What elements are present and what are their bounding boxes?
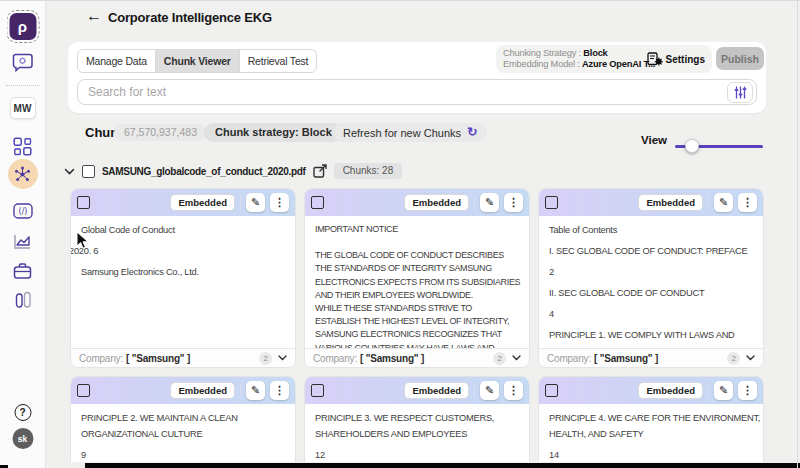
file-row: SAMSUNG_globalcode_of_conduct_2020.pdf C… bbox=[64, 161, 402, 181]
chunk-card-header: Embedded ✎ ⋮ bbox=[71, 189, 295, 216]
tab-chunk-viewer[interactable]: Chunk Viewer bbox=[155, 50, 239, 72]
chunk-text[interactable]: PRINCIPLE 3. WE RESPECT CUSTOMERS,SHAREH… bbox=[305, 404, 529, 462]
chunk-checkbox[interactable] bbox=[545, 196, 558, 209]
kebab-icon: ⋮ bbox=[508, 384, 519, 397]
metadata-expand-button[interactable] bbox=[278, 355, 287, 361]
user-initials: sk bbox=[18, 434, 27, 444]
header-divider bbox=[474, 384, 475, 398]
publish-button[interactable]: Publish bbox=[716, 47, 764, 70]
chunk-card-header: Embedded ✎ ⋮ bbox=[305, 377, 529, 404]
chunk-card: Embedded ✎ ⋮ PRINCIPLE 2. WE MAINTAIN A … bbox=[70, 376, 296, 462]
bottom-black-bar bbox=[85, 463, 800, 468]
chunk-card-header: Embedded ✎ ⋮ bbox=[539, 189, 763, 216]
edit-chunk-button[interactable]: ✎ bbox=[246, 193, 265, 212]
embedding-model-value: Azure OpenAI T... bbox=[582, 59, 655, 69]
chunk-menu-button[interactable]: ⋮ bbox=[504, 381, 523, 400]
user-avatar[interactable]: sk bbox=[12, 428, 33, 449]
edit-chunk-button[interactable]: ✎ bbox=[714, 193, 733, 212]
edit-chunk-button[interactable]: ✎ bbox=[246, 381, 265, 400]
chunk-metadata-footer: Company: [ "Samsung" ] 2 bbox=[71, 348, 295, 367]
file-checkbox[interactable] bbox=[82, 165, 95, 178]
open-external-icon[interactable] bbox=[313, 164, 327, 178]
chunk-menu-button[interactable]: ⋮ bbox=[504, 193, 523, 212]
view-slider-thumb[interactable] bbox=[685, 139, 699, 153]
chunk-card-header: Embedded ✎ ⋮ bbox=[305, 189, 529, 216]
kebab-icon: ⋮ bbox=[274, 196, 285, 209]
metadata-expand-button[interactable] bbox=[746, 355, 755, 361]
chunk-checkbox[interactable] bbox=[311, 384, 324, 397]
chart-icon bbox=[13, 232, 32, 251]
metadata-expand-button[interactable] bbox=[512, 355, 521, 361]
sidebar-item-assistant[interactable] bbox=[12, 51, 34, 73]
tab-manage-data[interactable]: Manage Data bbox=[78, 50, 155, 72]
chunk-card-header: Embedded ✎ ⋮ bbox=[539, 377, 763, 404]
pencil-icon: ✎ bbox=[719, 196, 728, 209]
search-filter-button[interactable] bbox=[727, 82, 753, 103]
chunk-text[interactable]: IMPORTANT NOTICETHE GLOBAL CODE OF CONDU… bbox=[305, 216, 529, 348]
header-divider bbox=[708, 196, 709, 210]
chunk-text[interactable]: PRINCIPLE 4. WE CARE FOR THE ENVIRONMENT… bbox=[539, 404, 763, 462]
chunk-menu-button[interactable]: ⋮ bbox=[270, 193, 289, 212]
workspace-label: MW bbox=[14, 103, 32, 114]
metadata-key: Company: bbox=[547, 353, 591, 364]
sidebar-item-workbench[interactable] bbox=[12, 260, 34, 282]
chunk-card: Embedded ✎ ⋮ Table of ContentsI. SEC GLO… bbox=[538, 188, 764, 368]
back-button[interactable]: ← bbox=[86, 7, 102, 25]
edit-chunk-button[interactable]: ✎ bbox=[480, 381, 499, 400]
briefcase-icon bbox=[13, 262, 32, 280]
chunk-menu-button[interactable]: ⋮ bbox=[738, 193, 757, 212]
chunk-checkbox[interactable] bbox=[311, 196, 324, 209]
refresh-label: Refresh for new Chunks bbox=[343, 127, 461, 139]
chunk-text[interactable]: Table of ContentsI. SEC GLOBAL CODE OF C… bbox=[539, 216, 763, 348]
sidebar-item-analytics[interactable] bbox=[12, 230, 34, 252]
sidebar-item-workspace[interactable]: MW bbox=[10, 97, 36, 119]
edit-chunk-button[interactable]: ✎ bbox=[480, 193, 499, 212]
sidebar-item-apps[interactable] bbox=[12, 135, 34, 157]
config-summary: Chunking Strategy : Block Embedding Mode… bbox=[503, 48, 642, 70]
app-logo-glyph: ρ bbox=[18, 18, 27, 35]
chunking-strategy-value: Block bbox=[583, 48, 607, 58]
search-bar[interactable]: Search for text bbox=[77, 79, 757, 105]
chunk-checkbox[interactable] bbox=[77, 384, 90, 397]
refresh-chunks-button[interactable]: Refresh for new Chunks ↻ bbox=[333, 123, 487, 142]
svg-text:(/): (/) bbox=[18, 207, 27, 216]
embedded-status-badge: Embedded bbox=[170, 382, 235, 399]
tab-retrieval-test[interactable]: Retrieval Test bbox=[239, 50, 317, 72]
metadata-value: [ "Samsung" ] bbox=[126, 353, 190, 364]
chunk-text[interactable]: Global Code of Conduct2020. 6Samsung Ele… bbox=[71, 216, 295, 348]
help-button[interactable]: ? bbox=[14, 404, 31, 421]
chunk-card-header: Embedded ✎ ⋮ bbox=[71, 377, 295, 404]
filter-sliders-icon bbox=[733, 85, 748, 100]
sidebar-item-code[interactable]: (/) bbox=[12, 200, 34, 222]
chunk-checkbox[interactable] bbox=[77, 196, 90, 209]
containers-icon bbox=[14, 290, 32, 309]
kebab-icon: ⋮ bbox=[742, 384, 753, 397]
header-divider bbox=[474, 196, 475, 210]
tab-bar: Manage Data Chunk Viewer Retrieval Test bbox=[77, 49, 317, 73]
chunk-checkbox[interactable] bbox=[545, 384, 558, 397]
chunking-strategy-label: Chunking Strategy : bbox=[503, 48, 581, 58]
pencil-icon: ✎ bbox=[251, 384, 260, 397]
edit-chunk-button[interactable]: ✎ bbox=[714, 381, 733, 400]
chunk-menu-button[interactable]: ⋮ bbox=[738, 381, 757, 400]
settings-icon bbox=[647, 52, 663, 66]
window-top-border bbox=[0, 0, 800, 1]
chunk-text[interactable]: PRINCIPLE 2. WE MAINTAIN A CLEANORGANIZA… bbox=[71, 404, 295, 462]
kebab-icon: ⋮ bbox=[742, 196, 753, 209]
kebab-icon: ⋮ bbox=[508, 196, 519, 209]
collapse-chevron-icon[interactable] bbox=[64, 168, 75, 175]
app-logo[interactable]: ρ bbox=[9, 13, 36, 40]
sidebar-item-knowledge-graph-active[interactable] bbox=[8, 159, 38, 189]
sidebar-item-storage[interactable] bbox=[12, 288, 34, 310]
grid-icon bbox=[13, 137, 32, 156]
sidebar-divider bbox=[6, 85, 40, 86]
chunk-menu-button[interactable]: ⋮ bbox=[270, 381, 289, 400]
refresh-icon: ↻ bbox=[467, 126, 477, 139]
toolbar-panel: Manage Data Chunk Viewer Retrieval Test … bbox=[68, 42, 766, 113]
file-name: SAMSUNG_globalcode_of_conduct_2020.pdf bbox=[102, 166, 306, 177]
search-input[interactable]: Search for text bbox=[88, 85, 727, 99]
view-slider-label: View bbox=[641, 134, 667, 146]
settings-button[interactable]: Settings bbox=[647, 52, 705, 66]
chunk-card: Embedded ✎ ⋮ Global Code of Conduct2020.… bbox=[70, 188, 296, 368]
help-icon: ? bbox=[19, 407, 25, 418]
